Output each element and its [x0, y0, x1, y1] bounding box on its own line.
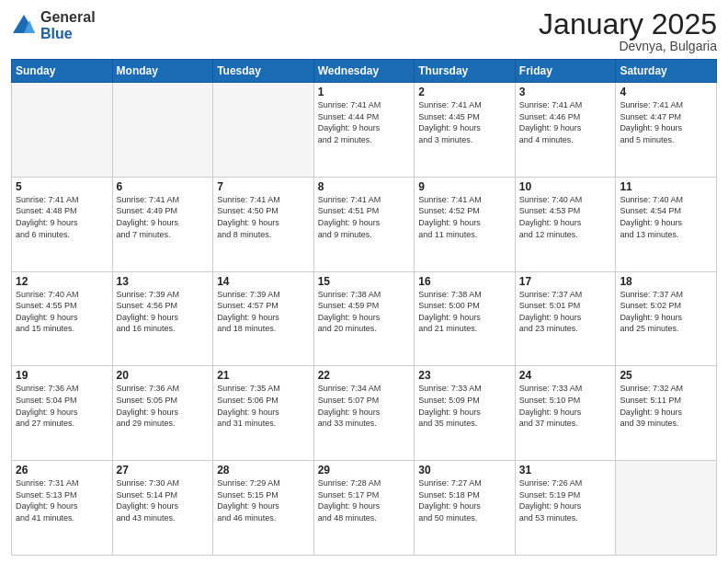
- calendar-cell: 29Sunrise: 7:28 AM Sunset: 5:17 PM Dayli…: [313, 461, 415, 556]
- day-info: Sunrise: 7:40 AM Sunset: 4:53 PM Dayligh…: [519, 194, 612, 240]
- day-number: 28: [217, 464, 310, 477]
- day-number: 24: [519, 369, 612, 382]
- day-info: Sunrise: 7:36 AM Sunset: 5:04 PM Dayligh…: [16, 383, 108, 429]
- calendar-cell: 3Sunrise: 7:41 AM Sunset: 4:46 PM Daylig…: [515, 83, 616, 178]
- calendar-cell: 12Sunrise: 7:40 AM Sunset: 4:55 PM Dayli…: [12, 271, 113, 366]
- day-info: Sunrise: 7:41 AM Sunset: 4:50 PM Dayligh…: [217, 194, 310, 240]
- day-info: Sunrise: 7:32 AM Sunset: 5:11 PM Dayligh…: [620, 383, 712, 429]
- day-info: Sunrise: 7:34 AM Sunset: 5:07 PM Dayligh…: [318, 383, 411, 429]
- calendar-week-3: 12Sunrise: 7:40 AM Sunset: 4:55 PM Dayli…: [12, 271, 717, 366]
- calendar-cell: 4Sunrise: 7:41 AM Sunset: 4:47 PM Daylig…: [616, 83, 717, 178]
- calendar-week-1: 1Sunrise: 7:41 AM Sunset: 4:44 PM Daylig…: [12, 83, 717, 178]
- day-number: 20: [117, 369, 210, 382]
- calendar-cell: 9Sunrise: 7:41 AM Sunset: 4:52 PM Daylig…: [415, 177, 516, 271]
- day-number: 4: [620, 86, 712, 98]
- calendar-header-row: SundayMondayTuesdayWednesdayThursdayFrid…: [12, 60, 717, 83]
- month-title: January 2025: [539, 9, 717, 39]
- day-info: Sunrise: 7:35 AM Sunset: 5:06 PM Dayligh…: [217, 383, 310, 429]
- day-number: 10: [519, 180, 612, 193]
- day-number: 9: [418, 180, 511, 193]
- calendar-table: SundayMondayTuesdayWednesdayThursdayFrid…: [11, 59, 717, 556]
- calendar-cell: 7Sunrise: 7:41 AM Sunset: 4:50 PM Daylig…: [213, 177, 314, 271]
- calendar-cell: 13Sunrise: 7:39 AM Sunset: 4:56 PM Dayli…: [112, 271, 213, 366]
- day-info: Sunrise: 7:27 AM Sunset: 5:18 PM Dayligh…: [418, 477, 511, 523]
- day-number: 21: [217, 369, 310, 382]
- day-info: Sunrise: 7:30 AM Sunset: 5:14 PM Dayligh…: [117, 477, 210, 523]
- logo-icon: [11, 13, 37, 39]
- weekday-header-saturday: Saturday: [616, 60, 717, 83]
- calendar-cell: 15Sunrise: 7:38 AM Sunset: 4:59 PM Dayli…: [313, 271, 415, 366]
- day-number: 23: [418, 369, 511, 382]
- calendar-cell: 17Sunrise: 7:37 AM Sunset: 5:01 PM Dayli…: [515, 271, 616, 366]
- calendar-cell: 10Sunrise: 7:40 AM Sunset: 4:53 PM Dayli…: [515, 177, 616, 271]
- day-number: 19: [16, 369, 108, 382]
- day-number: 17: [519, 275, 612, 288]
- title-block: January 2025 Devnya, Bulgaria: [539, 9, 717, 53]
- calendar-cell: 16Sunrise: 7:38 AM Sunset: 5:00 PM Dayli…: [415, 271, 516, 366]
- day-info: Sunrise: 7:37 AM Sunset: 5:01 PM Dayligh…: [519, 289, 612, 335]
- calendar-cell: 11Sunrise: 7:40 AM Sunset: 4:54 PM Dayli…: [616, 177, 717, 271]
- day-number: 3: [519, 86, 612, 98]
- day-number: 25: [620, 369, 712, 382]
- day-number: 13: [117, 275, 210, 288]
- weekday-header-wednesday: Wednesday: [313, 60, 415, 83]
- day-info: Sunrise: 7:36 AM Sunset: 5:05 PM Dayligh…: [117, 383, 210, 429]
- calendar-cell: 26Sunrise: 7:31 AM Sunset: 5:13 PM Dayli…: [12, 461, 113, 556]
- day-number: 26: [16, 464, 108, 477]
- day-info: Sunrise: 7:37 AM Sunset: 5:02 PM Dayligh…: [620, 289, 712, 335]
- day-info: Sunrise: 7:26 AM Sunset: 5:19 PM Dayligh…: [519, 477, 612, 523]
- day-number: 11: [620, 180, 712, 193]
- calendar-cell: 18Sunrise: 7:37 AM Sunset: 5:02 PM Dayli…: [616, 271, 717, 366]
- calendar-cell: 6Sunrise: 7:41 AM Sunset: 4:49 PM Daylig…: [112, 177, 213, 271]
- calendar-cell: 20Sunrise: 7:36 AM Sunset: 5:05 PM Dayli…: [112, 366, 213, 461]
- calendar-cell: 31Sunrise: 7:26 AM Sunset: 5:19 PM Dayli…: [515, 461, 616, 556]
- day-number: 18: [620, 275, 712, 288]
- calendar-cell: [213, 83, 314, 178]
- calendar-cell: [12, 83, 113, 178]
- day-number: 27: [117, 464, 210, 477]
- day-number: 5: [16, 180, 108, 193]
- day-info: Sunrise: 7:28 AM Sunset: 5:17 PM Dayligh…: [318, 477, 411, 523]
- logo-blue: Blue: [40, 26, 96, 42]
- calendar-cell: 22Sunrise: 7:34 AM Sunset: 5:07 PM Dayli…: [313, 366, 415, 461]
- header: General Blue January 2025 Devnya, Bulgar…: [11, 9, 717, 53]
- day-number: 6: [117, 180, 210, 193]
- calendar-cell: 14Sunrise: 7:39 AM Sunset: 4:57 PM Dayli…: [213, 271, 314, 366]
- day-info: Sunrise: 7:41 AM Sunset: 4:46 PM Dayligh…: [519, 99, 612, 145]
- day-info: Sunrise: 7:41 AM Sunset: 4:51 PM Dayligh…: [318, 194, 411, 240]
- day-info: Sunrise: 7:40 AM Sunset: 4:55 PM Dayligh…: [16, 289, 108, 335]
- day-info: Sunrise: 7:39 AM Sunset: 4:57 PM Dayligh…: [217, 289, 310, 335]
- day-number: 15: [318, 275, 411, 288]
- calendar-cell: 27Sunrise: 7:30 AM Sunset: 5:14 PM Dayli…: [112, 461, 213, 556]
- day-info: Sunrise: 7:33 AM Sunset: 5:09 PM Dayligh…: [418, 383, 511, 429]
- day-number: 12: [16, 275, 108, 288]
- calendar-cell: 23Sunrise: 7:33 AM Sunset: 5:09 PM Dayli…: [415, 366, 516, 461]
- day-number: 31: [519, 464, 612, 477]
- calendar-week-5: 26Sunrise: 7:31 AM Sunset: 5:13 PM Dayli…: [12, 461, 717, 556]
- day-info: Sunrise: 7:38 AM Sunset: 5:00 PM Dayligh…: [418, 289, 511, 335]
- weekday-header-sunday: Sunday: [12, 60, 113, 83]
- location-subtitle: Devnya, Bulgaria: [539, 39, 717, 53]
- calendar-cell: 21Sunrise: 7:35 AM Sunset: 5:06 PM Dayli…: [213, 366, 314, 461]
- logo-general: General: [40, 9, 96, 26]
- calendar-cell: 30Sunrise: 7:27 AM Sunset: 5:18 PM Dayli…: [415, 461, 516, 556]
- calendar-cell: 24Sunrise: 7:33 AM Sunset: 5:10 PM Dayli…: [515, 366, 616, 461]
- day-info: Sunrise: 7:41 AM Sunset: 4:48 PM Dayligh…: [16, 194, 108, 240]
- day-number: 7: [217, 180, 310, 193]
- weekday-header-thursday: Thursday: [415, 60, 516, 83]
- calendar-cell: 1Sunrise: 7:41 AM Sunset: 4:44 PM Daylig…: [313, 83, 415, 178]
- day-info: Sunrise: 7:38 AM Sunset: 4:59 PM Dayligh…: [318, 289, 411, 335]
- calendar-week-4: 19Sunrise: 7:36 AM Sunset: 5:04 PM Dayli…: [12, 366, 717, 461]
- calendar-week-2: 5Sunrise: 7:41 AM Sunset: 4:48 PM Daylig…: [12, 177, 717, 271]
- calendar-cell: [112, 83, 213, 178]
- weekday-header-friday: Friday: [515, 60, 616, 83]
- calendar-cell: 25Sunrise: 7:32 AM Sunset: 5:11 PM Dayli…: [616, 366, 717, 461]
- day-info: Sunrise: 7:40 AM Sunset: 4:54 PM Dayligh…: [620, 194, 712, 240]
- calendar-cell: 28Sunrise: 7:29 AM Sunset: 5:15 PM Dayli…: [213, 461, 314, 556]
- page-container: General Blue January 2025 Devnya, Bulgar…: [0, 0, 728, 563]
- day-info: Sunrise: 7:41 AM Sunset: 4:44 PM Dayligh…: [318, 99, 411, 145]
- day-info: Sunrise: 7:39 AM Sunset: 4:56 PM Dayligh…: [117, 289, 210, 335]
- day-info: Sunrise: 7:41 AM Sunset: 4:49 PM Dayligh…: [117, 194, 210, 240]
- calendar-cell: 2Sunrise: 7:41 AM Sunset: 4:45 PM Daylig…: [415, 83, 516, 178]
- day-number: 14: [217, 275, 310, 288]
